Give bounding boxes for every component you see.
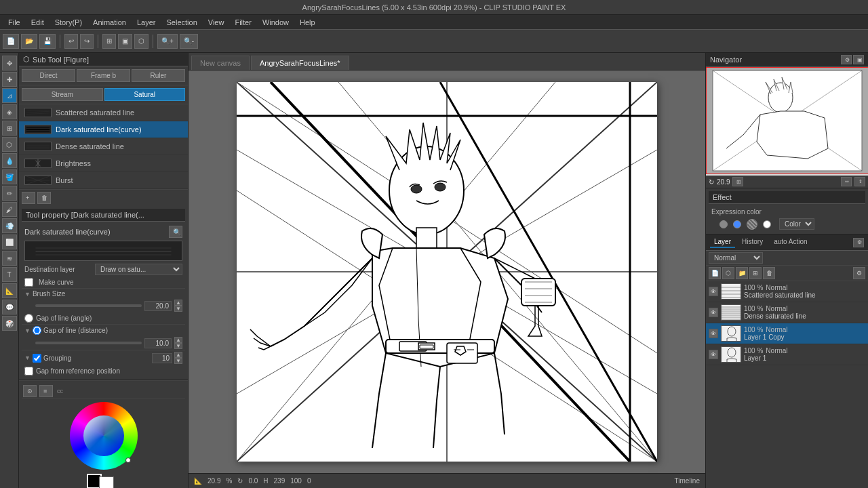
tool-airbrush[interactable]: 💨 — [2, 218, 17, 233]
new-canvas-btn[interactable]: 📄 — [3, 34, 19, 49]
layer-panel-settings-btn[interactable]: ⚙ — [853, 238, 864, 247]
blend-mode-select[interactable]: Normal — [709, 252, 763, 264]
color-circle-pattern[interactable] — [747, 219, 757, 230]
canvas-container[interactable] — [189, 70, 705, 473]
bg-color-swatch[interactable] — [99, 476, 114, 488]
make-curve-checkbox[interactable] — [24, 278, 33, 287]
merge-layer-btn[interactable]: ⊞ — [749, 267, 762, 279]
add-tool-btn[interactable]: + — [22, 192, 35, 204]
layer-tab-layer[interactable]: Layer — [710, 237, 735, 248]
tool-dense-saturated[interactable]: Dense saturated line — [19, 138, 188, 155]
new-raster-layer-btn[interactable]: 📄 — [709, 267, 721, 279]
delete-layer-btn[interactable]: 🗑 — [763, 267, 775, 279]
tool-layer-move[interactable]: ⊞ — [2, 121, 17, 136]
gap-dist-radio[interactable] — [33, 326, 41, 335]
tool-ruler[interactable]: 📐 — [2, 283, 17, 298]
zoom-in-btn[interactable]: 🔍+ — [157, 34, 178, 49]
focus-lines-tab[interactable]: AngrySarahFocusLines* — [251, 56, 349, 70]
direct-mode-btn[interactable]: Direct — [22, 69, 75, 82]
brush-size-down[interactable]: ▼ — [174, 306, 182, 312]
menu-file[interactable]: File — [3, 17, 26, 28]
color-circle-blue[interactable] — [733, 220, 741, 228]
nav-fit-btn[interactable]: ⊞ — [732, 177, 743, 186]
open-btn[interactable]: 📂 — [21, 34, 37, 49]
tool-move[interactable]: ✚ — [2, 72, 17, 87]
color-circle-white[interactable] — [763, 220, 771, 228]
stream-mode-btn[interactable]: Stream — [22, 88, 103, 101]
drawing-canvas[interactable] — [237, 82, 657, 462]
save-btn[interactable]: 💾 — [39, 34, 56, 49]
nav-flip-v-btn[interactable]: ⇕ — [854, 177, 865, 186]
new-vector-layer-btn[interactable]: ⬡ — [722, 267, 734, 279]
grouping-input[interactable] — [152, 353, 172, 363]
grouping-checkbox[interactable] — [33, 354, 41, 363]
brush-size-slider[interactable] — [35, 304, 142, 307]
lasso-btn[interactable]: ⬡ — [134, 34, 149, 49]
layer-item-scattered[interactable]: 👁 100 % Normal Scattered saturated line — [706, 281, 868, 302]
tool-pen[interactable]: ✏ — [2, 186, 17, 201]
brush-size-up[interactable]: ▲ — [174, 300, 182, 306]
menu-animation[interactable]: Animation — [87, 17, 132, 28]
delete-tool-btn[interactable]: 🗑 — [37, 192, 51, 204]
tool-fill[interactable]: 🪣 — [2, 169, 17, 184]
menu-view[interactable]: View — [203, 17, 230, 28]
menu-edit[interactable]: Edit — [26, 17, 50, 28]
satural-mode-btn[interactable]: Satural — [104, 88, 186, 101]
tool-balloon[interactable]: 💬 — [2, 300, 17, 314]
color-circle-gray[interactable] — [719, 220, 728, 228]
menu-story[interactable]: Story(P) — [50, 17, 87, 28]
gap-dist-input[interactable] — [144, 338, 172, 348]
gap-angle-radio[interactable] — [24, 314, 33, 323]
grouping-up[interactable]: ▲ — [174, 352, 182, 358]
layer-visibility-layer1copy[interactable]: 👁 — [709, 329, 718, 338]
undo-btn[interactable]: ↩ — [64, 34, 78, 49]
tool-burst[interactable]: Burst — [19, 172, 188, 189]
new-canvas-tab[interactable]: New canvas — [191, 56, 250, 70]
gap-dist-slider[interactable] — [35, 342, 142, 344]
gap-dist-down[interactable]: ▼ — [174, 343, 182, 349]
brush-size-input[interactable]: 20.0 — [144, 301, 172, 311]
color-mode-select[interactable]: Color — [779, 218, 814, 230]
nav-flip-h-btn[interactable]: ⇔ — [841, 177, 852, 186]
tool-blend[interactable]: ≋ — [2, 251, 17, 266]
tool-scattered-saturated[interactable]: Scattered saturated line — [19, 104, 188, 121]
tool-eyedropper[interactable]: 💧 — [2, 153, 17, 168]
frame-mode-btn[interactable]: Frame b — [77, 69, 130, 82]
color-sliders-btn[interactable]: ≡ — [39, 385, 53, 397]
tool-dark-saturated-curve[interactable]: Dark saturated line(curve) — [19, 121, 188, 138]
redo-btn[interactable]: ↪ — [80, 34, 94, 49]
select-btn[interactable]: ▣ — [118, 34, 132, 49]
nav-settings-btn[interactable]: ⚙ — [841, 55, 852, 64]
tool-brightness[interactable]: Brightness — [19, 155, 188, 172]
layer-visibility-dense[interactable]: 👁 — [709, 308, 718, 317]
menu-filter[interactable]: Filter — [229, 17, 256, 28]
menu-layer[interactable]: Layer — [132, 17, 161, 28]
layer-settings-btn[interactable]: ⚙ — [853, 267, 865, 279]
layer-visibility-scattered[interactable]: 👁 — [709, 287, 718, 296]
tool-text[interactable]: T — [2, 267, 17, 282]
tool-cursor[interactable]: ✥ — [2, 56, 17, 70]
tool-eraser[interactable]: ⬜ — [2, 235, 17, 249]
menu-help[interactable]: Help — [294, 17, 321, 28]
timeline-label[interactable]: Timeline — [675, 477, 700, 485]
layer-tab-auto-action[interactable]: auto Action — [770, 237, 811, 248]
tool-brush[interactable]: 🖌 — [2, 202, 17, 217]
brush-expand-icon[interactable]: ▼ — [24, 291, 31, 298]
new-folder-btn[interactable]: 📁 — [736, 267, 748, 279]
tool-3d[interactable]: 🎲 — [2, 316, 17, 331]
layer-item-layer1copy[interactable]: 👁 100 % Normal Layer 1 Copy — [706, 323, 868, 344]
layer-item-dense[interactable]: 👁 100 % Normal Dense saturated line — [706, 302, 868, 323]
tool-operation[interactable]: ◈ — [2, 104, 17, 119]
gap-ref-checkbox[interactable] — [24, 367, 33, 375]
tool-selection-pen[interactable]: ⬡ — [2, 137, 17, 152]
tool-figure[interactable]: ⊿ — [2, 88, 17, 103]
color-wheel-btn[interactable]: ⊙ — [23, 385, 37, 397]
ruler-mode-btn[interactable]: Ruler — [132, 69, 185, 82]
grouping-expand-icon[interactable]: ▼ — [24, 354, 31, 361]
color-wheel[interactable] — [70, 402, 138, 470]
zoom-out-btn[interactable]: 🔍- — [180, 34, 198, 49]
menu-selection[interactable]: Selection — [161, 17, 203, 28]
nav-expand-btn[interactable]: ▣ — [853, 55, 864, 64]
dest-layer-select[interactable]: Draw on satu... — [95, 264, 182, 275]
layer-tab-history[interactable]: History — [738, 237, 767, 248]
